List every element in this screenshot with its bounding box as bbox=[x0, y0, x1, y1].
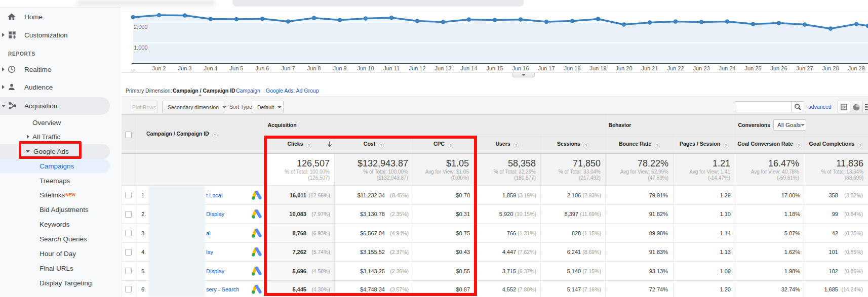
svg-text:2,000: 2,000 bbox=[134, 24, 148, 30]
svg-text:Jun 20: Jun 20 bbox=[615, 65, 632, 71]
svg-text:Jun 29: Jun 29 bbox=[848, 65, 864, 71]
svg-text:Jun 12: Jun 12 bbox=[409, 65, 425, 71]
svg-text:1,000: 1,000 bbox=[134, 45, 148, 51]
svg-text:...: ... bbox=[131, 65, 135, 71]
svg-text:Jun 10: Jun 10 bbox=[357, 65, 374, 71]
svg-text:Jun 4: Jun 4 bbox=[204, 65, 218, 71]
svg-text:Jun 19: Jun 19 bbox=[589, 65, 606, 71]
svg-text:Jun 22: Jun 22 bbox=[667, 65, 684, 71]
svg-text:Jun 28: Jun 28 bbox=[822, 65, 839, 71]
svg-text:Jun 13: Jun 13 bbox=[435, 65, 451, 71]
svg-text:Jun 17: Jun 17 bbox=[538, 65, 555, 71]
svg-text:Jun 11: Jun 11 bbox=[383, 65, 400, 71]
svg-text:Jun 16: Jun 16 bbox=[512, 65, 529, 71]
svg-text:Jun 25: Jun 25 bbox=[744, 65, 761, 71]
svg-text:Jun 7: Jun 7 bbox=[282, 65, 295, 71]
svg-text:Jun 15: Jun 15 bbox=[486, 65, 503, 71]
svg-text:Jun 26: Jun 26 bbox=[770, 65, 787, 71]
svg-text:Jun 23: Jun 23 bbox=[693, 65, 709, 71]
svg-text:Jun 21: Jun 21 bbox=[641, 65, 658, 71]
svg-text:Jun 8: Jun 8 bbox=[307, 65, 321, 71]
svg-text:Jun 6: Jun 6 bbox=[256, 65, 269, 71]
svg-text:Jun 3: Jun 3 bbox=[178, 65, 192, 71]
svg-text:Jun 18: Jun 18 bbox=[564, 65, 580, 71]
svg-text:Jun 24: Jun 24 bbox=[719, 65, 735, 71]
svg-text:Jun 27: Jun 27 bbox=[796, 65, 813, 71]
svg-text:Jun 5: Jun 5 bbox=[230, 65, 244, 71]
svg-text:Jun 9: Jun 9 bbox=[333, 65, 347, 71]
svg-text:Jun 2: Jun 2 bbox=[152, 65, 166, 71]
svg-text:Jun 14: Jun 14 bbox=[460, 65, 477, 71]
